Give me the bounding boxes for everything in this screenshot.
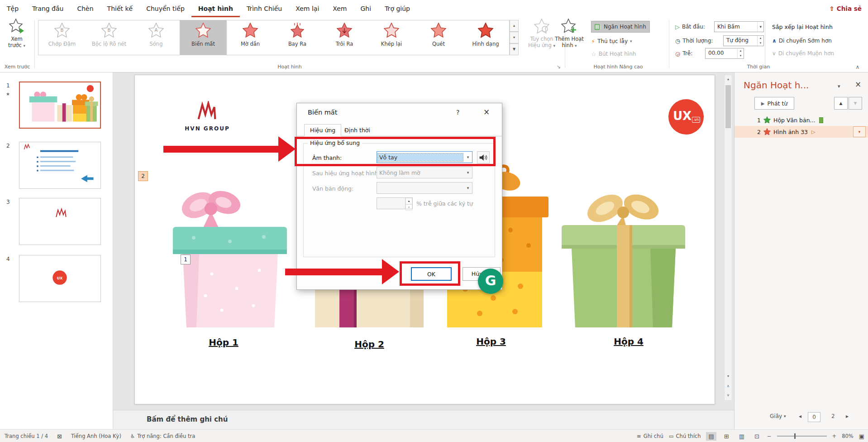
effect-khep-lai[interactable]: Khép lại	[368, 20, 415, 55]
animation-badge-2[interactable]: 2	[138, 171, 148, 181]
tab-animations[interactable]: Hoạt hình	[191, 0, 240, 17]
slide-thumbnail-3[interactable]	[19, 198, 101, 245]
accessibility-status[interactable]: ♿ Trợ năng: Cần điều tra	[130, 433, 195, 439]
spin-down-icon[interactable]: ▾	[405, 204, 412, 211]
share-button[interactable]: ⇧Chia sẻ	[830, 0, 862, 17]
trigger-button[interactable]: ⚡ Thủ tục lẫy ▾	[591, 35, 632, 47]
gift-box-4[interactable]	[560, 183, 687, 327]
pane-close-icon[interactable]: ×	[855, 80, 861, 89]
grammarly-icon[interactable]: G	[478, 269, 503, 294]
view-reading-icon[interactable]: ▥	[737, 432, 747, 441]
animation-pane-toggle[interactable]: Ngăn Hoạt hình	[591, 21, 650, 33]
spin-up-icon[interactable]: ▴	[758, 36, 763, 41]
animation-painter-button[interactable]: ☆ Bút Hoạt hình	[591, 48, 636, 60]
effect-song[interactable]: A Sóng	[133, 20, 180, 55]
letter-delay-hint: % trễ giữa các ký tự	[416, 200, 473, 207]
comments-toggle-button[interactable]: ▭ Chú thích	[669, 433, 701, 439]
zoom-out-icon[interactable]: −	[767, 433, 772, 439]
tab-design[interactable]: Thiết kế	[100, 0, 140, 17]
tab-slideshow[interactable]: Trình Chiếu	[240, 0, 289, 17]
language-button[interactable]: Tiếng Anh (Hoa Kỳ)	[71, 433, 121, 439]
tab-home[interactable]: Trang đầu	[25, 0, 70, 17]
animation-item-1[interactable]: 1 Hộp Văn bản...	[734, 114, 868, 126]
zoom-level[interactable]: 80%	[842, 433, 854, 439]
move-earlier-button[interactable]: ∧ Di chuyển Sớm hơn	[772, 35, 832, 47]
timeline-bar[interactable]	[819, 117, 823, 123]
dialog-tab-timing[interactable]: Định thời	[339, 124, 376, 136]
letter-delay-spinner[interactable]: ▴▾	[377, 197, 413, 209]
effect-quet[interactable]: Quét	[415, 20, 462, 55]
animate-text-combobox[interactable]: ▾	[377, 182, 472, 194]
delay-spinner[interactable]: 00.00 ▴▾	[705, 48, 744, 59]
tab-help[interactable]: Trợ giúp	[378, 0, 417, 17]
item-dropdown-icon[interactable]: ▾	[853, 126, 866, 137]
tab-transitions[interactable]: Chuyển tiếp	[139, 0, 191, 17]
effect-mo-dan[interactable]: Mờ dần	[227, 20, 274, 55]
box-2-label[interactable]: Hộp 2	[340, 339, 399, 350]
gallery-scroll-up-button[interactable]: ▴	[510, 20, 519, 32]
view-slideshow-icon[interactable]: ⊡	[752, 432, 762, 441]
zoom-timeline-in-button[interactable]: ▸	[846, 413, 849, 419]
effect-bay-ra[interactable]: Bay Ra	[274, 20, 321, 55]
tab-file[interactable]: Tệp	[0, 0, 25, 17]
box-3-label[interactable]: Hộp 3	[462, 336, 520, 347]
duration-spinner[interactable]: Tự động ▴▾	[723, 35, 764, 46]
slide-thumbnail-1[interactable]	[19, 82, 101, 129]
tab-review[interactable]: Xem lại	[289, 0, 326, 17]
slide-scrollbar[interactable]: ▴ ▾ ∧ ∨	[724, 75, 732, 401]
fit-to-window-icon[interactable]: ▣	[859, 433, 864, 440]
zoom-slider[interactable]	[777, 436, 827, 437]
next-slide-icon[interactable]: ∨	[725, 391, 732, 399]
tab-insert[interactable]: Chèn	[70, 0, 100, 17]
proofing-icon[interactable]: ⊠	[57, 433, 62, 440]
view-normal-icon[interactable]: ▤	[706, 432, 716, 441]
notes-toggle-button[interactable]: ≡ Ghi chú	[637, 433, 663, 439]
after-animation-combobox[interactable]: Không làm mờ ▾	[377, 167, 472, 178]
animation-badge-1[interactable]: 1	[181, 255, 191, 264]
play-outline-icon: ▷	[675, 24, 680, 30]
gallery-scroll-down-button[interactable]: ▾	[510, 32, 519, 43]
slide-counter[interactable]: Trang chiếu 1 / 4	[5, 433, 48, 439]
tab-record[interactable]: Ghi	[354, 0, 378, 17]
scrollbar-thumb[interactable]	[725, 85, 731, 128]
seconds-dropdown[interactable]: Giây ▾	[770, 413, 786, 419]
gallery-more-button[interactable]: ▼	[510, 43, 519, 55]
notes-area[interactable]: Bấm để thêm ghi chú	[113, 410, 734, 429]
pane-move-up-button[interactable]: ▲	[834, 97, 848, 110]
tab-view[interactable]: Xem	[326, 0, 353, 17]
effect-bien-mat[interactable]: Biến mất	[180, 20, 227, 55]
zoom-slider-thumb[interactable]	[794, 433, 796, 439]
move-later-button[interactable]: ∨ Di chuyển Muộn hơn	[772, 48, 834, 59]
pane-move-down-button[interactable]: ▼	[849, 97, 862, 110]
spin-down-icon[interactable]: ▾	[758, 41, 763, 46]
effect-hinh-dang[interactable]: Hình dạng	[462, 20, 509, 55]
animation-item-2[interactable]: 2 Hình ảnh 33 ▷ ▾	[734, 126, 868, 138]
preview-button[interactable]: Xem trước ▾	[2, 18, 32, 62]
pane-menu-chevron-icon[interactable]: ▾	[838, 83, 840, 89]
scroll-down-icon[interactable]: ▾	[725, 372, 732, 380]
slide-thumbnail-4[interactable]: UX	[19, 255, 101, 302]
dialog-help-button[interactable]: ?	[456, 109, 459, 116]
effect-troi-ra[interactable]: Trôi Ra	[321, 20, 368, 55]
scroll-up-icon[interactable]: ▴	[725, 75, 732, 83]
dialog-title[interactable]: Biến mất	[308, 109, 337, 116]
collapse-ribbon-icon[interactable]: ∧	[851, 62, 864, 72]
zoom-timeline-out-button[interactable]: ◂	[799, 413, 801, 419]
spin-up-icon[interactable]: ▴	[738, 48, 744, 53]
play-from-button[interactable]: ▶ Phát từ	[754, 97, 794, 110]
add-animation-button[interactable]: Thêm Hoạt hình ▾	[548, 18, 590, 62]
dialog-close-icon[interactable]: ×	[483, 107, 490, 116]
effect-boc-lo-ro-net[interactable]: B Bộc lộ Rõ nét	[86, 20, 133, 55]
effect-chop-dam[interactable]: B Chớp Đậm	[38, 20, 86, 55]
spin-up-icon[interactable]: ▴	[405, 198, 412, 204]
view-slide-sorter-icon[interactable]: ⊞	[722, 432, 731, 441]
spin-down-icon[interactable]: ▾	[738, 53, 744, 58]
zoom-in-icon[interactable]: +	[832, 433, 837, 439]
box-1-label[interactable]: Hộp 1	[194, 337, 253, 348]
box-4-label[interactable]: Hộp 4	[599, 336, 658, 347]
start-combobox[interactable]: Khi Bấm ▾	[714, 21, 764, 32]
previous-slide-icon[interactable]: ∧	[725, 382, 732, 390]
animation-indicator-star-icon: ★	[6, 91, 10, 96]
dialog-tab-effect[interactable]: Hiệu ứng	[304, 124, 341, 136]
slide-thumbnail-2[interactable]	[19, 142, 101, 189]
